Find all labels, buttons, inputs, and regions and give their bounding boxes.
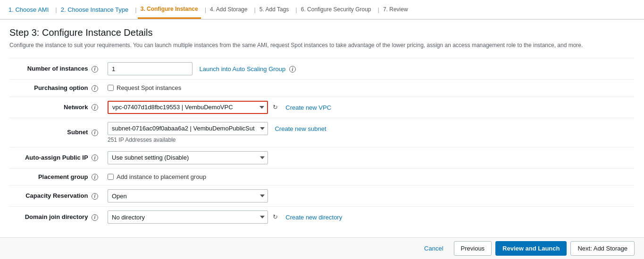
- spot-instances-label: Request Spot instances: [117, 84, 181, 91]
- row-network: Network i vpc-07407d1d8fbc19553 | VembuD…: [9, 97, 635, 118]
- step-sep-4: |: [254, 6, 255, 13]
- subnet-select[interactable]: subnet-0716ac09f0abaa6a2 | VembuDemoPubl…: [108, 122, 268, 135]
- row-placement-group: Placement group i Add instance to placem…: [9, 168, 635, 186]
- create-vpc-link[interactable]: Create new VPC: [285, 104, 331, 111]
- steps-navigation: 1. Choose AMI | 2. Choose Instance Type …: [0, 0, 644, 20]
- launch-auto-scaling-link[interactable]: Launch into Auto Scaling Group: [199, 65, 285, 73]
- placement-group-checkbox-label: Add instance to placement group: [108, 173, 635, 180]
- label-placement-group: Placement group i: [9, 168, 104, 186]
- network-refresh-icon[interactable]: ↻: [273, 104, 281, 112]
- configure-instance-form: Number of instances i Launch into Auto S…: [9, 58, 635, 227]
- page-description: Configure the instance to suit your requ…: [9, 41, 623, 49]
- label-domain-join: Domain join directory i: [9, 207, 104, 228]
- info-icon-auto-scaling[interactable]: i: [289, 66, 296, 73]
- info-icon-capacity[interactable]: i: [92, 193, 98, 200]
- info-icon-instances[interactable]: i: [92, 66, 98, 73]
- step-add-storage: 4. Add Storage: [207, 0, 250, 19]
- subnet-help-text: 251 IP Addresses available: [108, 137, 635, 143]
- capacity-reservation-select[interactable]: Open None Target by ID: [108, 189, 268, 202]
- step-choose-ami-link[interactable]: 1. Choose AMI: [8, 6, 49, 13]
- label-purchasing-option: Purchasing option i: [9, 80, 104, 97]
- info-icon-placement[interactable]: i: [92, 174, 98, 180]
- step-choose-instance-type[interactable]: 2. Choose Instance Type: [58, 0, 132, 19]
- label-network: Network i: [9, 97, 104, 118]
- label-capacity-reservation: Capacity Reservation i: [9, 186, 104, 207]
- main-content: Step 3: Configure Instance Details Confi…: [0, 20, 644, 237]
- info-icon-network[interactable]: i: [92, 104, 98, 111]
- auto-assign-ip-select[interactable]: Use subnet setting (Disable) Enable Disa…: [108, 151, 268, 164]
- label-subnet: Subnet i: [9, 118, 104, 147]
- value-number-of-instances: Launch into Auto Scaling Group i: [104, 58, 635, 80]
- step-review: 7. Review: [380, 0, 411, 19]
- network-select[interactable]: vpc-07407d1d8fbc19553 | VembuDemoVPC: [108, 101, 268, 114]
- step-sep-2: |: [135, 6, 136, 13]
- step-sep-1: |: [55, 6, 57, 13]
- row-subnet: Subnet i subnet-0716ac09f0abaa6a2 | Vemb…: [9, 118, 635, 147]
- row-domain-join: Domain join directory i No directory ↻ C…: [9, 207, 635, 228]
- value-placement-group: Add instance to placement group: [104, 168, 635, 186]
- domain-join-select[interactable]: No directory: [108, 210, 268, 224]
- row-purchasing-option: Purchasing option i Request Spot instanc…: [9, 80, 635, 97]
- instances-count-input[interactable]: [108, 62, 192, 75]
- value-capacity-reservation: Open None Target by ID: [104, 186, 635, 207]
- row-number-of-instances: Number of instances i Launch into Auto S…: [9, 58, 635, 80]
- placement-group-label: Add instance to placement group: [117, 173, 206, 180]
- value-subnet: subnet-0716ac09f0abaa6a2 | VembuDemoPubl…: [104, 118, 635, 147]
- value-purchasing-option: Request Spot instances: [104, 80, 635, 97]
- step-choose-instance-link[interactable]: 2. Choose Instance Type: [61, 6, 129, 13]
- step-sep-5: |: [295, 6, 297, 13]
- info-icon-auto-ip[interactable]: i: [92, 154, 98, 161]
- create-directory-link[interactable]: Create new directory: [285, 214, 342, 221]
- row-capacity-reservation: Capacity Reservation i Open None Target …: [9, 186, 635, 207]
- info-icon-purchasing[interactable]: i: [92, 85, 98, 92]
- step-sep-6: |: [378, 6, 379, 13]
- domain-refresh-icon[interactable]: ↻: [273, 213, 281, 222]
- step-sep-3: |: [205, 6, 206, 13]
- step-configure-instance: 3. Configure Instance: [138, 0, 201, 19]
- placement-group-checkbox[interactable]: [108, 174, 114, 180]
- spot-instances-checkbox[interactable]: [108, 85, 114, 91]
- step-choose-ami[interactable]: 1. Choose AMI: [6, 0, 51, 19]
- value-domain-join: No directory ↻ Create new directory: [104, 207, 635, 228]
- page-title: Step 3: Configure Instance Details: [9, 27, 635, 38]
- info-icon-subnet[interactable]: i: [92, 130, 98, 136]
- step-add-tags: 5. Add Tags: [257, 0, 292, 19]
- value-auto-assign-ip: Use subnet setting (Disable) Enable Disa…: [104, 147, 635, 168]
- label-number-of-instances: Number of instances i: [9, 58, 104, 80]
- row-auto-assign-ip: Auto-assign Public IP i Use subnet setti…: [9, 147, 635, 168]
- step-configure-security: 6. Configure Security Group: [298, 0, 374, 19]
- info-icon-domain[interactable]: i: [92, 214, 98, 221]
- create-subnet-link[interactable]: Create new subnet: [275, 125, 326, 132]
- spot-instances-checkbox-label: Request Spot instances: [108, 84, 635, 91]
- label-auto-assign-ip: Auto-assign Public IP i: [9, 147, 104, 168]
- value-network: vpc-07407d1d8fbc19553 | VembuDemoVPC ↻ C…: [104, 97, 635, 118]
